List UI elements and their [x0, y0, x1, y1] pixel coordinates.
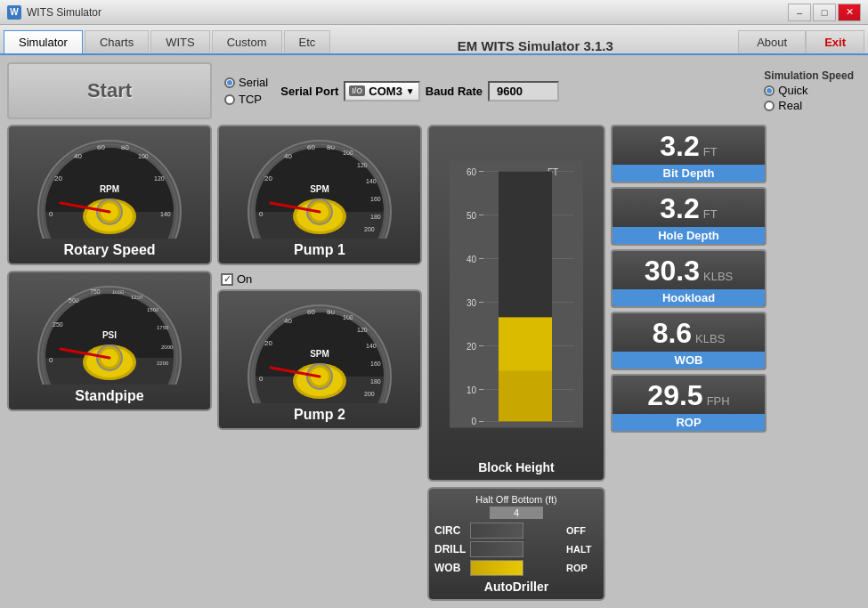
- about-tab[interactable]: About: [738, 30, 806, 53]
- wob-unit: KLBS: [695, 332, 725, 345]
- svg-text:1250: 1250: [131, 295, 143, 300]
- minimize-button[interactable]: –: [788, 4, 811, 21]
- block-height-chart: 60 50 40 30 20 10 0 FT: [450, 132, 583, 457]
- quick-radio-row[interactable]: Quick: [764, 84, 854, 97]
- rop-label: ROP: [612, 414, 765, 431]
- svg-text:200: 200: [364, 391, 375, 397]
- app-title: WITS Simulator: [27, 6, 788, 19]
- wob-state: ROP: [566, 563, 598, 573]
- tcp-radio-row[interactable]: TCP: [224, 93, 268, 106]
- serial-label: Serial: [239, 76, 268, 89]
- checkbox-check-icon: ✓: [223, 273, 231, 285]
- wob-label: WOB: [612, 352, 765, 369]
- svg-text:120: 120: [154, 175, 165, 182]
- app-main-title: EM WITS Simulator 3.1.3: [332, 38, 738, 53]
- quick-radio[interactable]: [764, 85, 775, 96]
- tab-custom[interactable]: Custom: [212, 30, 282, 53]
- halt-label: Halt Off Bottom (ft): [434, 494, 598, 505]
- circ-label: CIRC: [434, 524, 466, 537]
- autodriller-panel: Halt Off Bottom (ft) 4 CIRC OFF DRILL HA…: [427, 487, 605, 601]
- real-radio-row[interactable]: Real: [764, 99, 854, 112]
- bit-depth-panel: 3.2 FT Bit Depth: [611, 125, 767, 183]
- drill-label: DRILL: [434, 543, 466, 555]
- hole-depth-label: Hole Depth: [612, 227, 765, 244]
- tab-wits[interactable]: WITS: [150, 30, 210, 53]
- pump1-panel: SPM 0 20 40 60 80 100 120 140 160 180 20…: [217, 125, 422, 265]
- hole-depth-panel: 3.2 FT Hole Depth: [611, 187, 767, 246]
- bit-depth-display: 3.2 FT: [612, 126, 765, 165]
- hole-depth-value: 3.2: [660, 192, 699, 225]
- svg-text:SPM: SPM: [310, 349, 329, 359]
- svg-text:180: 180: [370, 378, 381, 385]
- serial-tcp-group: Serial TCP: [217, 62, 275, 119]
- drill-toggle[interactable]: [470, 541, 523, 557]
- baud-input[interactable]: 9600: [488, 81, 559, 101]
- svg-text:2200: 2200: [157, 361, 169, 366]
- hole-depth-unit: FT: [703, 207, 718, 221]
- svg-text:160: 160: [370, 361, 381, 367]
- pump2-on-row: ✓ On: [217, 271, 422, 288]
- rotary-speed-panel: RPM 0 20 40 60 80 100 120 140 Rotary Spe…: [7, 125, 212, 265]
- wob-row: WOB ROP: [434, 560, 598, 576]
- bit-depth-unit: FT: [703, 145, 718, 158]
- svg-text:80: 80: [121, 143, 129, 151]
- bit-depth-label: Bit Depth: [612, 165, 765, 182]
- pump2-on-label: On: [237, 272, 252, 286]
- tcp-label: TCP: [239, 93, 262, 106]
- svg-text:40: 40: [466, 255, 477, 264]
- left-col: RPM 0 20 40 60 80 100 120 140 Rotary Spe…: [7, 125, 212, 601]
- standpipe-panel: PSI 0 250 500 750 1000 1250 1500 1750 20…: [7, 271, 212, 411]
- maximize-button[interactable]: □: [813, 4, 836, 21]
- wob-panel: 8.6 KLBS WOB: [611, 312, 767, 370]
- tab-simulator[interactable]: Simulator: [4, 30, 83, 53]
- port-value: COM3: [369, 85, 402, 98]
- wob-label: WOB: [434, 562, 466, 574]
- sim-speed-title: Simulation Speed: [764, 69, 854, 82]
- title-bar: W WITS Simulator – □ ✕: [0, 0, 868, 25]
- pump2-label: Pump 2: [294, 407, 345, 423]
- hookload-unit: KLBS: [703, 270, 733, 283]
- serial-radio[interactable]: [224, 77, 235, 88]
- wob-toggle[interactable]: [470, 560, 523, 576]
- svg-text:2000: 2000: [161, 345, 174, 350]
- hookload-label: Hookload: [612, 289, 765, 306]
- standpipe-gauge-svg: PSI 0 250 500 750 1000 1250 1500 1750 20…: [29, 278, 190, 385]
- svg-text:20: 20: [466, 342, 477, 352]
- exit-tab[interactable]: Exit: [806, 30, 864, 53]
- wob-display: 8.6 KLBS: [612, 313, 765, 352]
- halt-value[interactable]: 4: [490, 507, 543, 519]
- pump2-checkbox[interactable]: ✓: [221, 273, 233, 286]
- svg-text:160: 160: [370, 196, 381, 202]
- serial-port-group: Serial Port I/O COM3 ▼ Baud Rate 9600: [280, 62, 559, 119]
- start-button[interactable]: Start: [7, 62, 212, 119]
- rop-value: 29.5: [647, 379, 702, 412]
- svg-text:140: 140: [160, 211, 171, 217]
- real-radio[interactable]: [764, 101, 775, 111]
- hookload-display: 30.3 KLBS: [612, 251, 765, 289]
- tcp-radio[interactable]: [224, 94, 235, 105]
- drill-row: DRILL HALT: [434, 541, 598, 557]
- svg-text:PSI: PSI: [102, 330, 117, 340]
- block-height-panel: 60 50 40 30 20 10 0 FT: [427, 125, 605, 482]
- all-rows: RPM 0 20 40 60 80 100 120 140 Rotary Spe…: [7, 125, 861, 601]
- pump-col: SPM 0 20 40 60 80 100 120 140 160 180 20…: [217, 125, 422, 601]
- svg-text:20: 20: [264, 174, 272, 182]
- app-icon: W: [7, 5, 21, 20]
- serial-radio-row[interactable]: Serial: [224, 76, 268, 89]
- tab-charts[interactable]: Charts: [85, 30, 149, 53]
- real-label: Real: [778, 99, 802, 112]
- baud-label: Baud Rate: [426, 85, 483, 98]
- tab-etc[interactable]: Etc: [284, 30, 331, 53]
- svg-text:0: 0: [259, 210, 264, 218]
- drill-state: HALT: [566, 544, 598, 555]
- pump1-gauge-svg: SPM 0 20 40 60 80 100 120 140 160 180 20…: [239, 132, 400, 239]
- rop-unit: FPH: [707, 394, 730, 408]
- pump1-label: Pump 1: [294, 242, 345, 258]
- circ-toggle[interactable]: [470, 523, 523, 539]
- port-select[interactable]: I/O COM3 ▼: [344, 81, 419, 101]
- top-control-row: Start Serial TCP Serial Port I/O COM3 ▼ …: [7, 62, 861, 119]
- svg-text:50: 50: [466, 211, 477, 221]
- svg-text:0: 0: [49, 356, 53, 364]
- io-badge: I/O: [349, 85, 365, 96]
- close-button[interactable]: ✕: [838, 4, 861, 21]
